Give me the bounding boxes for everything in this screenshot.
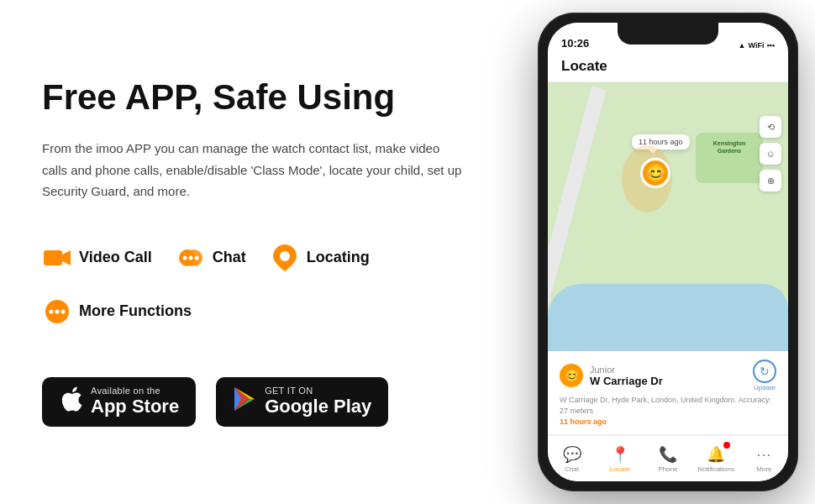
nav-notifications[interactable]: 🔔 Notifications — [692, 445, 740, 473]
svg-point-11 — [61, 309, 66, 313]
map-btn-1[interactable]: ⟲ — [760, 116, 781, 138]
googleplay-sub-label: GET IT ON — [265, 386, 371, 396]
update-label: Update — [754, 384, 776, 391]
update-circle-icon: ↻ — [753, 360, 776, 383]
nav-more-label: More — [756, 465, 771, 473]
status-icons: ▲ WiFi ▪▪▪ — [739, 41, 775, 50]
info-detail: W Carriage Dr, Hyde Park, London, United… — [560, 395, 776, 416]
description-text: From the imoo APP you can manage the wat… — [42, 138, 462, 202]
page-title: Free APP, Safe Using — [42, 77, 479, 118]
svg-point-7 — [280, 251, 290, 261]
store-buttons-row: Available on the App Store GET IT ON — [42, 377, 479, 427]
map-pin-area: 11 hours ago 😊 — [640, 158, 670, 188]
phone-screen: 10:26 ▲ WiFi ▪▪▪ Locate KensingtonGarden… — [548, 23, 788, 481]
nav-phone[interactable]: 📞 Phone — [644, 445, 691, 473]
more-functions-icon — [42, 297, 72, 327]
time-ago: 11 hours ago — [560, 417, 776, 426]
svg-point-3 — [186, 249, 202, 266]
apple-icon — [59, 386, 82, 417]
video-call-label: Video Call — [79, 249, 152, 266]
screen-title: Locate — [561, 58, 607, 74]
screen-header: Locate — [548, 53, 788, 82]
nav-locate[interactable]: 📍 Locate — [596, 445, 644, 473]
googleplay-icon — [233, 387, 256, 416]
map-view: KensingtonGardens 11 hours ago 😊 ⟲ ☺ ⊕ — [548, 82, 788, 351]
locating-label: Locating — [307, 249, 370, 266]
svg-point-5 — [188, 255, 192, 260]
feature-chat: Chat — [176, 243, 246, 273]
googleplay-main-label: Google Play — [265, 396, 371, 417]
nav-notif-icon: 🔔 — [707, 445, 725, 464]
feature-video-call: Video Call — [42, 243, 152, 273]
avatar-emoji: 😊 — [645, 165, 666, 181]
locating-icon — [270, 243, 300, 273]
nav-notif-label: Notifications — [697, 465, 734, 473]
svg-marker-1 — [62, 250, 71, 265]
feature-locating: Locating — [270, 243, 370, 273]
nav-phone-label: Phone — [658, 465, 677, 473]
phone-mockup: 10:26 ▲ WiFi ▪▪▪ Locate KensingtonGarden… — [538, 13, 798, 491]
nav-notif-badge — [723, 442, 730, 449]
nav-chat-label: Chat — [565, 465, 579, 473]
more-functions-label: More Functions — [79, 302, 192, 320]
appstore-main-label: App Store — [91, 396, 179, 417]
video-call-icon — [42, 243, 72, 273]
info-card-left: 😊 Junior W Carriage Dr — [560, 364, 663, 387]
map-park-label: KensingtonGardens — [696, 133, 763, 155]
nav-more-icon: ⋯ — [756, 445, 771, 464]
chat-label: Chat — [213, 249, 246, 266]
info-card: 😊 Junior W Carriage Dr ↻ Update W Carria… — [548, 351, 788, 435]
nav-locate-icon: 📍 — [611, 445, 629, 464]
svg-rect-0 — [44, 250, 62, 265]
nav-more[interactable]: ⋯ More — [740, 445, 788, 473]
map-avatar: 😊 — [640, 158, 670, 188]
googleplay-button[interactable]: GET IT ON Google Play — [216, 377, 388, 426]
phone-notch — [618, 23, 718, 45]
chat-icon — [176, 243, 206, 273]
bottom-nav: 💬 Chat 📍 Locate 📞 Phone 🔔 Notificat — [548, 435, 788, 481]
info-avatar: 😊 — [560, 364, 583, 387]
svg-point-4 — [182, 255, 187, 260]
nav-notif-dot: 🔔 — [707, 445, 725, 464]
nav-chat[interactable]: 💬 Chat — [548, 445, 596, 473]
features-row: Video Call Chat — [42, 243, 479, 327]
svg-point-9 — [50, 309, 54, 313]
update-button[interactable]: ↻ Update — [753, 360, 776, 391]
info-avatar-emoji: 😊 — [565, 369, 579, 382]
info-address: W Carriage Dr — [590, 375, 663, 387]
nav-locate-label: Locate — [610, 465, 630, 473]
info-card-header: 😊 Junior W Carriage Dr ↻ Update — [560, 360, 776, 391]
appstore-button[interactable]: Available on the App Store — [42, 377, 196, 427]
nav-phone-icon: 📞 — [659, 445, 677, 464]
map-side-buttons: ⟲ ☺ ⊕ — [760, 116, 781, 192]
nav-chat-icon: 💬 — [563, 445, 581, 464]
left-panel: Free APP, Safe Using From the imoo APP y… — [0, 44, 521, 460]
svg-point-10 — [55, 309, 60, 313]
map-park: KensingtonGardens — [696, 133, 763, 183]
feature-more: More Functions — [42, 297, 192, 327]
map-btn-3[interactable]: ⊕ — [760, 170, 781, 192]
map-water — [548, 284, 788, 351]
map-btn-2[interactable]: ☺ — [760, 143, 781, 165]
status-time: 10:26 — [561, 37, 589, 50]
appstore-sub-label: Available on the — [91, 386, 179, 396]
info-user-name: Junior — [590, 365, 663, 375]
svg-point-6 — [194, 255, 198, 260]
